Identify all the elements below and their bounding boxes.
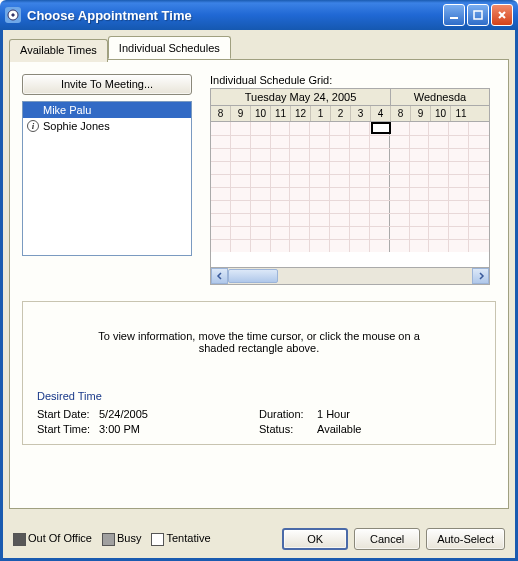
duration-label: Duration: xyxy=(259,408,317,423)
hour-header: 11 xyxy=(271,106,291,121)
hour-header-row: 8 9 10 11 12 1 2 3 4 8 9 10 11 xyxy=(211,106,489,122)
details-panel: To view information, move the time curso… xyxy=(22,301,496,445)
square-icon xyxy=(151,533,164,546)
start-time-value: 3:00 PM xyxy=(99,423,259,438)
maximize-button[interactable] xyxy=(467,4,489,26)
start-time-label: Start Time: xyxy=(37,423,99,438)
legend-item-busy: Busy xyxy=(102,532,141,546)
svg-rect-1 xyxy=(450,17,458,19)
hour-header: 9 xyxy=(231,106,251,121)
start-date-value: 5/24/2005 xyxy=(99,408,259,423)
grid-label: Individual Schedule Grid: xyxy=(210,74,496,86)
day-header: Tuesday May 24, 2005 xyxy=(211,89,391,105)
list-item[interactable]: Mike Palu xyxy=(23,102,191,118)
grid-hscrollbar[interactable] xyxy=(210,268,490,285)
close-button[interactable] xyxy=(491,4,513,26)
legend: Out Of Office Busy Tentative xyxy=(13,532,211,546)
tab-panel: Invite To Meeting... Mike Palu i Sophie … xyxy=(9,59,509,509)
hour-header: 12 xyxy=(291,106,311,121)
tab-individual-schedules[interactable]: Individual Schedules xyxy=(108,36,231,59)
hour-header: 3 xyxy=(351,106,371,121)
title-bar: Choose Appointment Time xyxy=(0,0,518,30)
attendee-name: Sophie Jones xyxy=(43,118,110,134)
ok-button[interactable]: OK xyxy=(282,528,348,550)
status-value: Available xyxy=(317,423,361,438)
scroll-thumb[interactable] xyxy=(228,269,278,283)
info-message: To view information, move the time curso… xyxy=(39,312,479,364)
time-cursor[interactable] xyxy=(371,122,391,134)
hour-header: 9 xyxy=(411,106,431,121)
info-icon: i xyxy=(27,120,39,132)
hour-header: 8 xyxy=(391,106,411,121)
hour-header: 1 xyxy=(311,106,331,121)
day-header: Wednesda xyxy=(391,89,489,105)
minimize-button[interactable] xyxy=(443,4,465,26)
start-date-label: Start Date: xyxy=(37,408,99,423)
window-title: Choose Appointment Time xyxy=(27,8,443,23)
invite-to-meeting-button[interactable]: Invite To Meeting... xyxy=(22,74,192,95)
duration-value: 1 Hour xyxy=(317,408,350,423)
auto-select-button[interactable]: Auto-Select xyxy=(426,528,505,550)
desired-time-heading: Desired Time xyxy=(37,390,102,402)
scroll-right-button[interactable] xyxy=(472,268,489,284)
legend-item-tentative: Tentative xyxy=(151,532,210,546)
footer: Out Of Office Busy Tentative OK Cancel A… xyxy=(13,528,505,550)
status-label: Status: xyxy=(259,423,317,438)
hour-header: 11 xyxy=(451,106,471,121)
window-body: Available Times Individual Schedules Inv… xyxy=(0,30,518,561)
square-icon xyxy=(13,533,26,546)
app-icon xyxy=(5,7,21,23)
grid-body[interactable] xyxy=(211,122,489,252)
hour-header: 10 xyxy=(431,106,451,121)
hour-header: 8 xyxy=(211,106,231,121)
square-icon xyxy=(102,533,115,546)
tab-strip: Available Times Individual Schedules xyxy=(9,36,509,59)
hour-header: 4 xyxy=(371,106,391,121)
schedule-grid[interactable]: Tuesday May 24, 2005 Wednesda 8 9 10 11 … xyxy=(210,88,490,268)
attendee-list[interactable]: Mike Palu i Sophie Jones xyxy=(22,101,192,256)
svg-rect-2 xyxy=(474,11,482,19)
hour-header: 10 xyxy=(251,106,271,121)
hour-header: 2 xyxy=(331,106,351,121)
tab-available-times[interactable]: Available Times xyxy=(9,39,108,62)
cancel-button[interactable]: Cancel xyxy=(354,528,420,550)
legend-item-out: Out Of Office xyxy=(13,532,92,546)
scroll-track[interactable] xyxy=(228,268,472,284)
scroll-left-button[interactable] xyxy=(211,268,228,284)
list-item[interactable]: i Sophie Jones xyxy=(23,118,191,134)
attendee-name: Mike Palu xyxy=(43,102,91,118)
